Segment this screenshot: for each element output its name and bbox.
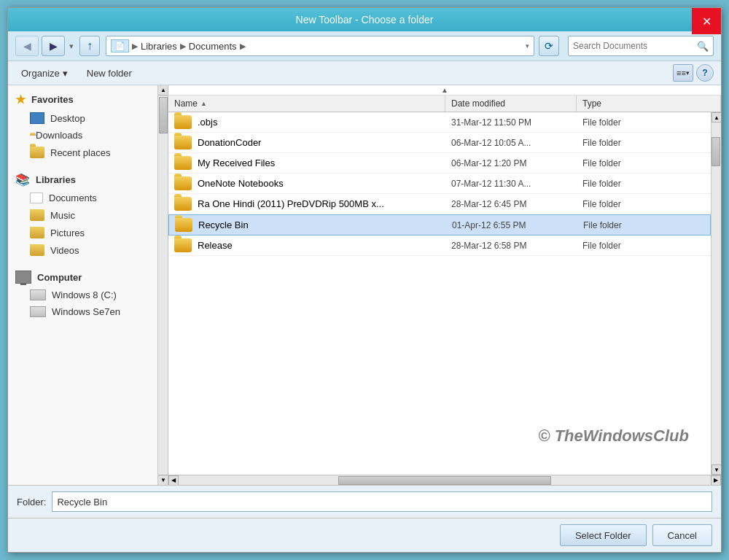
desktop-icon [30, 112, 44, 124]
sidebar-scroll-thumb[interactable] [159, 97, 168, 133]
table-row[interactable]: My Received Files 06-Mar-12 1:20 PM File… [168, 153, 711, 174]
back-button[interactable]: ◀ [15, 36, 39, 56]
documents-icon [30, 192, 43, 203]
sidebar-item-pictures[interactable]: Pictures [8, 224, 157, 241]
sidebar-item-windows8[interactable]: Windows 8 (C:) [8, 287, 157, 303]
breadcrumb-bar[interactable]: 📄 ▶ Libraries ▶ Documents ▶ ▾ [106, 36, 534, 56]
table-row[interactable]: Release 28-Mar-12 6:58 PM File folder [168, 236, 711, 256]
file-name-label: OneNote Notebooks [198, 178, 284, 189]
table-row[interactable]: DonationCoder 06-Mar-12 10:05 A... File … [168, 133, 711, 153]
refresh-icon: ⟳ [545, 40, 553, 52]
breadcrumb-libraries[interactable]: Libraries [141, 41, 177, 52]
sidebar-item-windows7[interactable]: Windows Se7en [8, 303, 157, 320]
view-button[interactable]: ≡≡ ▾ [673, 64, 693, 82]
breadcrumb-documents[interactable]: Documents [189, 41, 237, 52]
recent-places-icon [30, 147, 44, 158]
sidebar-scroll-down[interactable]: ▼ [158, 475, 168, 485]
file-name-cell: Release [174, 238, 451, 252]
file-list-scrollbar[interactable]: ▲ ▼ [711, 112, 721, 475]
file-name-cell: .objs [174, 115, 451, 129]
drive-c-icon [30, 289, 46, 300]
sidebar-item-label: Pictures [50, 228, 85, 238]
main-content: ★ Favorites Desktop ↓ Downloads [8, 85, 721, 485]
file-date-cell: 28-Mar-12 6:45 PM [451, 199, 582, 209]
scroll-down-arrow[interactable]: ▼ [712, 464, 721, 475]
search-bar[interactable]: 🔍 [568, 36, 714, 56]
favorites-header[interactable]: ★ Favorites [8, 90, 157, 109]
file-date-cell: 31-Mar-12 11:50 PM [451, 117, 582, 128]
column-header-date[interactable]: Date modified [445, 96, 577, 112]
watermark: © TheWindowsClub [538, 427, 689, 446]
up-button[interactable]: ↑ [79, 36, 100, 56]
sort-indicator: ▲ [168, 85, 721, 96]
libraries-header[interactable]: 📚 Libraries [8, 170, 157, 190]
table-row[interactable]: OneNote Notebooks 07-Mar-12 11:30 A... F… [168, 174, 711, 194]
scroll-track[interactable] [712, 122, 721, 464]
sidebar-scroll-up[interactable]: ▲ [158, 85, 168, 96]
forward-button[interactable]: ▶ [42, 36, 65, 56]
file-type-cell: File folder [582, 138, 705, 148]
sidebar-item-recent-places[interactable]: Recent places [8, 144, 157, 161]
h-scroll-thumb[interactable] [338, 476, 551, 485]
up-icon: ↑ [87, 39, 93, 52]
column-date-label: Date modified [451, 98, 505, 109]
scroll-thumb[interactable] [712, 137, 720, 166]
close-button[interactable]: ✕ [692, 8, 721, 34]
help-button[interactable]: ? [696, 64, 714, 82]
refresh-button[interactable]: ⟳ [539, 36, 559, 56]
drive-d-icon [30, 306, 46, 317]
column-name-label: Name [174, 98, 198, 109]
h-scroll-track[interactable] [179, 475, 711, 486]
new-folder-label: New folder [87, 68, 132, 79]
cancel-button[interactable]: Cancel [652, 524, 712, 546]
sidebar-item-videos[interactable]: Videos [8, 241, 157, 259]
select-folder-button[interactable]: Select Folder [560, 524, 647, 546]
breadcrumb-sep2: ▶ [180, 42, 186, 51]
folder-input[interactable] [52, 491, 712, 512]
table-row[interactable]: Recycle Bin 01-Apr-12 6:55 PM File folde… [168, 214, 711, 236]
folder-icon [174, 197, 192, 211]
table-row[interactable]: Ra One Hindi (2011) PreDVDRip 500MB x...… [168, 194, 711, 214]
file-date-cell: 28-Mar-12 6:58 PM [451, 241, 582, 251]
column-header-type[interactable]: Type [577, 96, 721, 112]
downloads-arrow-icon: ↓ [35, 128, 39, 137]
star-icon: ★ [15, 93, 26, 106]
folder-icon [174, 238, 192, 252]
h-scroll-right[interactable]: ▶ [711, 475, 721, 486]
new-folder-button[interactable]: New folder [81, 66, 138, 81]
computer-icon [15, 271, 31, 284]
sidebar-item-downloads[interactable]: ↓ Downloads [8, 127, 157, 144]
search-input[interactable] [573, 41, 694, 51]
scroll-up-arrow[interactable]: ▲ [712, 112, 721, 122]
sidebar-item-music[interactable]: Music [8, 206, 157, 224]
bottom-bar: Folder: [8, 485, 721, 518]
sidebar-scrollbar[interactable]: ▲ ▼ [157, 85, 168, 485]
sidebar-inner: ★ Favorites Desktop ↓ Downloads [8, 85, 157, 324]
computer-header[interactable]: Computer [8, 268, 157, 287]
file-name-cell: My Received Files [174, 156, 451, 170]
table-row[interactable]: .objs 31-Mar-12 11:50 PM File folder [168, 112, 711, 133]
organize-button[interactable]: Organize ▾ [15, 66, 74, 81]
sidebar-item-label: Downloads [36, 130, 82, 141]
music-icon [30, 209, 44, 221]
dialog: New Toolbar - Choose a folder ✕ ◀ ▶ ▾ ↑ … [7, 7, 722, 553]
h-scrollbar[interactable]: ◀ ▶ [168, 475, 721, 485]
file-list-wrapper: .objs 31-Mar-12 11:50 PM File folder Don… [168, 112, 721, 475]
file-name-label: My Received Files [198, 158, 275, 168]
file-name-cell: DonationCoder [174, 136, 451, 149]
sidebar-item-label: Documents [49, 192, 97, 203]
sidebar-item-desktop[interactable]: Desktop [8, 109, 157, 127]
favorites-section: ★ Favorites Desktop ↓ Downloads [8, 85, 157, 166]
column-header-name[interactable]: Name ▲ [168, 96, 445, 112]
folder-icon [174, 136, 192, 149]
h-scroll-left[interactable]: ◀ [168, 475, 179, 486]
back-icon: ◀ [23, 40, 31, 52]
sidebar-item-documents[interactable]: Documents [8, 190, 157, 206]
sidebar-item-label: Recent places [50, 147, 110, 158]
breadcrumb-dropdown-icon[interactable]: ▾ [526, 42, 529, 50]
folder-icon [174, 115, 192, 129]
help-icon: ? [702, 68, 707, 78]
folder-icon [174, 176, 192, 190]
view-controls: ≡≡ ▾ ? [673, 64, 714, 82]
file-list-header: Name ▲ Date modified Type [168, 96, 721, 112]
